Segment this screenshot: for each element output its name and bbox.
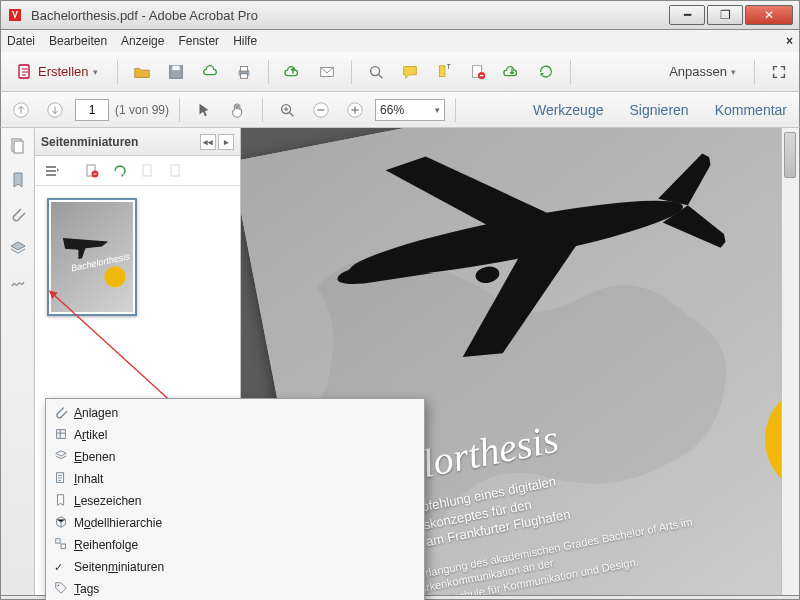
panel-collapse-left-button[interactable]: ◂◂ [200,134,216,150]
dropdown-icon: ▾ [731,67,736,77]
article-icon [54,427,68,444]
ctx-item[interactable]: ✓Seitenminiaturen [46,556,424,578]
ctx-item[interactable]: Modellhierarchie [46,512,424,534]
ctx-item[interactable]: Inhalt [46,468,424,490]
ctx-item[interactable]: Reihenfolge [46,534,424,556]
ctx-item-label: Seitenminiaturen [74,560,164,574]
order-icon [54,537,68,554]
svg-rect-8 [439,65,444,76]
export-button[interactable] [498,58,526,86]
open-button[interactable] [128,58,156,86]
ctx-item-label: Artikel [74,428,107,442]
create-label: Erstellen [38,64,89,79]
delete-icon[interactable] [464,58,492,86]
ctx-item-label: Tags [74,582,99,596]
zoom-in-button[interactable] [341,96,369,124]
menu-fenster[interactable]: Fenster [178,34,219,48]
ctx-item-label: Reihenfolge [74,538,138,552]
nav-rail [1,128,35,595]
vertical-scrollbar[interactable] [781,128,799,595]
zoom-out-button[interactable] [307,96,335,124]
ctx-item[interactable]: Anlagen [46,402,424,424]
rail-layers-icon[interactable] [6,236,30,260]
comment-button[interactable] [396,58,424,86]
rail-bookmarks-icon[interactable] [6,168,30,192]
menu-bearbeiten[interactable]: Bearbeiten [49,34,107,48]
search-button[interactable] [362,58,390,86]
svg-point-35 [58,584,60,586]
page-number-input[interactable] [75,99,109,121]
tools-panel-button[interactable]: Werkzeuge [527,98,610,122]
fullscreen-button[interactable] [765,58,793,86]
sidepanel-title: Seitenminiaturen [41,135,138,149]
svg-rect-20 [46,170,56,172]
ctx-item[interactable]: Ebenen [46,446,424,468]
customize-label: Anpassen [669,64,727,79]
print-button[interactable] [230,58,258,86]
svg-rect-18 [14,141,23,153]
sidepanel-toolbar [35,156,240,186]
select-tool-button[interactable] [190,96,218,124]
minimize-button[interactable]: ━ [669,5,705,25]
content-icon [54,471,68,488]
next-page-button[interactable] [41,96,69,124]
zoom-marquee-button[interactable] [273,96,301,124]
panel-options-button[interactable] [41,160,63,182]
nav-context-menu: AnlagenArtikelEbenenInhaltLesezeichenMod… [45,398,425,600]
toolbar-primary: Erstellen ▾ T Anpassen ▾ [0,52,800,92]
close-button[interactable]: ✕ [745,5,793,25]
refresh-button[interactable] [532,58,560,86]
ctx-item[interactable]: Lesezeichen [46,490,424,512]
insert-page-button[interactable] [81,160,103,182]
panel-expand-right-button[interactable]: ▸ [218,134,234,150]
dropdown-icon: ▾ [435,105,440,115]
ctx-item-label: Lesezeichen [74,494,141,508]
menu-bar: Datei Bearbeiten Anzeige Fenster Hilfe × [0,30,800,52]
highlight-button[interactable]: T [430,58,458,86]
svg-rect-2 [172,65,179,70]
svg-rect-33 [56,538,60,542]
title-bar: Bachelorthesis.pdf - Adobe Acrobat Pro ━… [0,0,800,30]
maximize-button[interactable]: ❐ [707,5,743,25]
sign-panel-button[interactable]: Signieren [623,98,694,122]
delete-page-button[interactable] [165,160,187,182]
document-close-button[interactable]: × [786,34,793,48]
menu-datei[interactable]: Datei [7,34,35,48]
cloud-button[interactable] [196,58,224,86]
svg-rect-24 [143,165,151,176]
menu-anzeige[interactable]: Anzeige [121,34,164,48]
rail-attachments-icon[interactable] [6,202,30,226]
save-button[interactable] [162,58,190,86]
share-button[interactable] [279,58,307,86]
svg-rect-19 [46,166,56,168]
ctx-item-label: Modellhierarchie [74,516,162,530]
svg-text:Bachelorthesis: Bachelorthesis [70,251,131,273]
ctx-item[interactable]: Artikel [46,424,424,446]
zoom-select[interactable]: 66% ▾ [375,99,445,121]
comment-panel-button[interactable]: Kommentar [709,98,793,122]
rail-signatures-icon[interactable] [6,270,30,294]
ctx-item-label: Inhalt [74,472,103,486]
extract-page-button[interactable] [137,160,159,182]
sidepanel-header: Seitenminiaturen ◂◂ ▸ [35,128,240,156]
page-thumbnail[interactable]: Bachelorthesis [47,198,137,316]
toolbar-nav: (1 von 99) 66% ▾ Werkzeuge Signieren Kom… [0,92,800,128]
bookmark-icon [54,493,68,510]
hand-tool-button[interactable] [224,96,252,124]
ctx-item[interactable]: Tags [46,578,424,600]
rotate-page-button[interactable] [109,160,131,182]
email-button[interactable] [313,58,341,86]
create-button[interactable]: Erstellen ▾ [7,58,107,86]
page-count-label: (1 von 99) [115,103,169,117]
svg-text:T: T [446,63,450,70]
menu-hilfe[interactable]: Hilfe [233,34,257,48]
rail-thumbnails-icon[interactable] [6,134,30,158]
ctx-item-label: Anlagen [74,406,118,420]
paperclip-icon [54,405,68,422]
svg-rect-25 [171,165,179,176]
dropdown-icon: ▾ [93,67,98,77]
customize-button[interactable]: Anpassen ▾ [661,60,744,83]
scrollbar-thumb[interactable] [784,132,796,178]
prev-page-button[interactable] [7,96,35,124]
acrobat-icon [7,7,23,23]
